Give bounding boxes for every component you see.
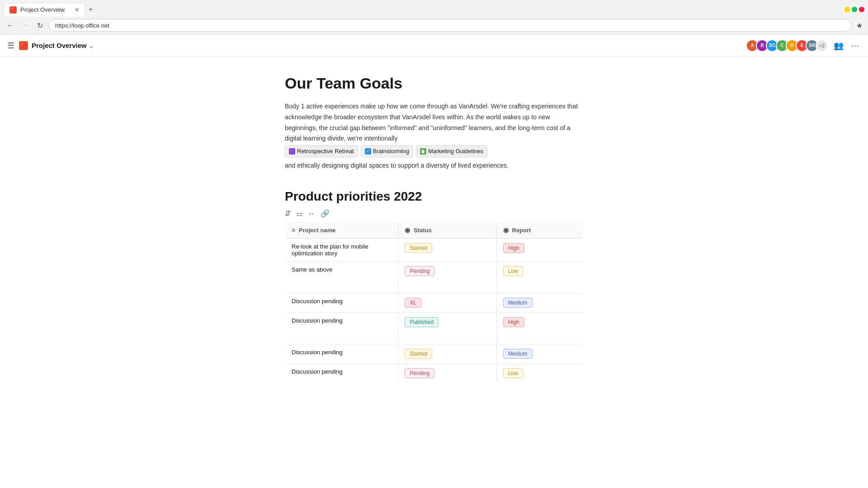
- avatar-overflow-count: +2: [816, 39, 828, 52]
- chip-brainstorming[interactable]: ✓ Brainstorming: [361, 145, 413, 158]
- window-controls: [844, 7, 864, 12]
- priorities-table: ≡ Project name ◉ Status ◉ Report Re-look…: [285, 221, 583, 383]
- status-badge: XL: [405, 298, 421, 308]
- nav-bar: ← → ↻ https://loop.office.net ★: [0, 16, 868, 34]
- url-text: https://loop.office.net: [55, 22, 109, 29]
- chip-retrospective-icon: 🟣: [289, 148, 295, 155]
- report-badge: Low: [503, 266, 523, 276]
- chip-marketing-label: Marketing Guidelines: [428, 146, 483, 156]
- status-badge: Published: [405, 317, 439, 327]
- app-title: Project Overview: [32, 42, 87, 49]
- sort-icon[interactable]: ⇵: [285, 209, 291, 218]
- app-bar-right: A B SC C D E SR +2 👥 ⋯: [746, 39, 861, 52]
- chip-brainstorming-label: Brainstorming: [373, 146, 409, 156]
- section-heading: Product priorities 2022: [285, 189, 583, 204]
- chip-brainstorming-icon: ✓: [365, 148, 371, 155]
- report-badge: High: [503, 317, 524, 327]
- col-project-icon: ≡: [292, 226, 295, 234]
- table-cell-report: Low: [496, 262, 583, 293]
- col-header-status: ◉ Status: [398, 222, 496, 239]
- table-cell-report: Medium: [496, 344, 583, 364]
- col-header-report: ◉ Report: [496, 222, 583, 239]
- table-cell-report: High: [496, 239, 583, 262]
- table-cell-status: Pending: [398, 262, 496, 293]
- status-badge: Started: [405, 243, 432, 253]
- tab-favicon: 🔴: [9, 6, 17, 14]
- app-title-chevron-icon[interactable]: ⌄: [89, 42, 94, 49]
- table-cell-status: Published: [398, 313, 496, 344]
- tab-label: Project Overview: [20, 6, 71, 13]
- page-heading: Our Team Goals: [285, 75, 583, 92]
- tab-close-btn[interactable]: ✕: [75, 7, 79, 13]
- report-badge: Medium: [503, 349, 533, 359]
- forward-button[interactable]: →: [19, 19, 32, 31]
- address-bar[interactable]: https://loop.office.net: [48, 19, 852, 32]
- report-badge: High: [503, 243, 524, 253]
- chip-retrospective[interactable]: 🟣 Retrospective Retreat: [285, 145, 358, 158]
- col-project-label: Project name: [299, 227, 336, 234]
- chip-marketing[interactable]: 📋 Marketing Guidelines: [416, 145, 487, 158]
- table-cell-project: Discussion pending: [285, 313, 398, 344]
- people-settings-button[interactable]: 👥: [832, 39, 845, 52]
- minimize-button[interactable]: [844, 7, 850, 12]
- status-badge: Pending: [405, 266, 434, 276]
- col-header-project: ≡ Project name: [285, 222, 398, 239]
- chip-marketing-icon: 📋: [420, 148, 426, 155]
- table-cell-status: Pending: [398, 364, 496, 383]
- table-cell-status: XL: [398, 293, 496, 313]
- chip-retrospective-label: Retrospective Retreat: [297, 146, 354, 156]
- col-status-label: Status: [414, 227, 432, 234]
- expand-icon[interactable]: ↔: [308, 210, 315, 218]
- report-badge: Medium: [503, 298, 533, 308]
- col-report-icon: ◉: [503, 226, 509, 234]
- status-badge: Pending: [405, 368, 434, 378]
- report-badge: Low: [503, 368, 523, 378]
- table-cell-project: Same as above: [285, 262, 398, 293]
- table-cell-report: High: [496, 313, 583, 344]
- col-report-label: Report: [512, 227, 531, 234]
- bookmark-icon[interactable]: ★: [854, 19, 864, 32]
- table-cell-project: Discussion pending: [285, 344, 398, 364]
- filter-icon[interactable]: ⚏: [296, 209, 302, 218]
- table-cell-status: Started: [398, 344, 496, 364]
- body-text-2: and ethically designing digital spaces t…: [285, 160, 583, 171]
- more-options-button[interactable]: ⋯: [849, 39, 861, 52]
- app-favicon: 🔴: [19, 41, 28, 50]
- status-badge: Started: [405, 349, 432, 359]
- browser-tab[interactable]: 🔴 Project Overview ✕: [4, 3, 85, 16]
- sidebar-icon: ☰: [7, 41, 14, 50]
- col-status-icon: ◉: [405, 226, 410, 234]
- table-cell-project: Discussion pending: [285, 293, 398, 313]
- table-cell-project: Re-look at the plan for mobile optimizat…: [285, 239, 398, 262]
- table-cell-report: Low: [496, 364, 583, 383]
- browser-chrome: 🔴 Project Overview ✕ + ← → ↻ https://loo…: [0, 0, 868, 35]
- maximize-button[interactable]: [852, 7, 857, 12]
- table-cell-report: Medium: [496, 293, 583, 313]
- inline-links: 🟣 Retrospective Retreat ✓ Brainstorming …: [285, 145, 487, 158]
- reload-button[interactable]: ↻: [34, 19, 46, 32]
- table-cell-project: Discussion pending: [285, 364, 398, 383]
- avatar-group: A B SC C D E SR +2: [746, 39, 828, 52]
- sidebar-toggle-button[interactable]: ☰: [7, 41, 14, 51]
- back-button[interactable]: ←: [4, 19, 16, 31]
- new-tab-button[interactable]: +: [85, 4, 96, 15]
- table-toolbar: ⇵ ⚏ ↔ 🔗: [285, 209, 583, 218]
- page-content: Our Team Goals Body 1 active experiences…: [276, 56, 592, 410]
- close-button[interactable]: [859, 7, 864, 12]
- title-bar: 🔴 Project Overview ✕ +: [0, 0, 868, 16]
- app-bar: ☰ 🔴 Project Overview ⌄ A B SC C D E SR +…: [0, 35, 868, 56]
- settings-icon[interactable]: 🔗: [321, 209, 330, 218]
- table-cell-status: Started: [398, 239, 496, 262]
- body-text-1: Body 1 active experiences make up how we…: [285, 101, 583, 159]
